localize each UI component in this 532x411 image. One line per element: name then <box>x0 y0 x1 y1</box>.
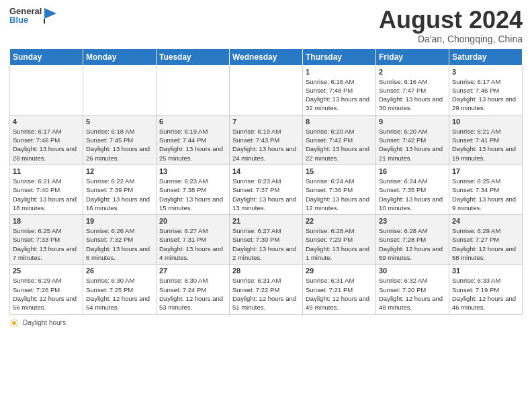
calendar-week-row: 11Sunrise: 6:21 AMSunset: 7:40 PMDayligh… <box>10 165 523 214</box>
day-number: 24 <box>452 217 519 225</box>
header: General Blue August 2024 Da'an, Chongqin… <box>9 7 523 44</box>
day-number: 15 <box>306 167 373 175</box>
calendar-cell: 7Sunrise: 6:19 AMSunset: 7:43 PMDaylight… <box>230 115 303 165</box>
calendar-cell: 22Sunrise: 6:28 AMSunset: 7:29 PMDayligh… <box>303 215 376 265</box>
day-number: 8 <box>306 118 373 126</box>
day-number: 12 <box>86 167 153 175</box>
calendar-table: SundayMondayTuesdayWednesdayThursdayFrid… <box>9 48 523 315</box>
daylight-label: Daylight hours <box>23 319 66 326</box>
day-detail: Sunrise: 6:19 AMSunset: 7:43 PMDaylight:… <box>232 127 300 163</box>
day-number: 23 <box>379 217 446 225</box>
calendar-cell: 18Sunrise: 6:25 AMSunset: 7:33 PMDayligh… <box>10 215 83 265</box>
sun-icon <box>9 318 19 328</box>
weekday-header: Tuesday <box>157 48 230 65</box>
calendar-cell: 5Sunrise: 6:18 AMSunset: 7:45 PMDaylight… <box>83 115 157 165</box>
calendar-cell <box>83 65 157 115</box>
calendar-week-row: 25Sunrise: 6:29 AMSunset: 7:26 PMDayligh… <box>10 265 523 314</box>
weekday-header: Friday <box>376 48 449 65</box>
header-row: SundayMondayTuesdayWednesdayThursdayFrid… <box>10 48 523 65</box>
calendar-cell: 10Sunrise: 6:21 AMSunset: 7:41 PMDayligh… <box>449 115 523 165</box>
calendar-cell: 26Sunrise: 6:30 AMSunset: 7:25 PMDayligh… <box>83 265 157 314</box>
weekday-header: Wednesday <box>230 48 303 65</box>
day-detail: Sunrise: 6:29 AMSunset: 7:26 PMDaylight:… <box>13 276 80 312</box>
day-number: 5 <box>86 118 153 126</box>
svg-marker-0 <box>44 8 56 19</box>
day-detail: Sunrise: 6:23 AMSunset: 7:38 PMDaylight:… <box>159 177 226 212</box>
calendar-cell: 12Sunrise: 6:22 AMSunset: 7:39 PMDayligh… <box>83 165 157 214</box>
calendar-cell: 23Sunrise: 6:28 AMSunset: 7:28 PMDayligh… <box>376 215 449 265</box>
day-number: 10 <box>452 118 519 126</box>
day-number: 11 <box>13 167 80 175</box>
svg-line-10 <box>11 325 12 326</box>
day-number: 17 <box>452 167 519 175</box>
day-number: 25 <box>13 267 80 275</box>
day-detail: Sunrise: 6:17 AMSunset: 7:46 PMDaylight:… <box>13 127 80 163</box>
day-number: 30 <box>379 267 446 275</box>
day-detail: Sunrise: 6:24 AMSunset: 7:35 PMDaylight:… <box>379 177 446 212</box>
day-detail: Sunrise: 6:16 AMSunset: 7:47 PMDaylight:… <box>379 77 446 113</box>
calendar-cell: 27Sunrise: 6:30 AMSunset: 7:24 PMDayligh… <box>157 265 230 314</box>
day-detail: Sunrise: 6:32 AMSunset: 7:20 PMDaylight:… <box>379 276 446 312</box>
day-detail: Sunrise: 6:31 AMSunset: 7:22 PMDaylight:… <box>232 276 300 312</box>
calendar-cell: 6Sunrise: 6:19 AMSunset: 7:44 PMDaylight… <box>157 115 230 165</box>
day-detail: Sunrise: 6:16 AMSunset: 7:48 PMDaylight:… <box>306 77 373 113</box>
svg-point-2 <box>12 321 16 325</box>
calendar-cell: 1Sunrise: 6:16 AMSunset: 7:48 PMDaylight… <box>303 65 376 115</box>
day-number: 7 <box>232 118 300 126</box>
calendar-week-row: 18Sunrise: 6:25 AMSunset: 7:33 PMDayligh… <box>10 215 523 265</box>
day-number: 19 <box>86 217 153 225</box>
calendar-cell: 21Sunrise: 6:27 AMSunset: 7:30 PMDayligh… <box>230 215 303 265</box>
day-detail: Sunrise: 6:19 AMSunset: 7:44 PMDaylight:… <box>159 127 226 163</box>
day-number: 4 <box>13 118 80 126</box>
calendar-cell: 20Sunrise: 6:27 AMSunset: 7:31 PMDayligh… <box>157 215 230 265</box>
calendar-cell: 16Sunrise: 6:24 AMSunset: 7:35 PMDayligh… <box>376 165 449 214</box>
day-number: 26 <box>86 267 153 275</box>
calendar-cell: 9Sunrise: 6:20 AMSunset: 7:42 PMDaylight… <box>376 115 449 165</box>
day-number: 21 <box>232 217 300 225</box>
logo-text: General Blue <box>9 7 58 24</box>
day-detail: Sunrise: 6:27 AMSunset: 7:31 PMDaylight:… <box>159 226 226 262</box>
day-number: 14 <box>232 167 300 175</box>
day-detail: Sunrise: 6:20 AMSunset: 7:42 PMDaylight:… <box>306 127 373 163</box>
page-container: General Blue August 2024 Da'an, Chongqin… <box>0 0 532 333</box>
calendar-week-row: 4Sunrise: 6:17 AMSunset: 7:46 PMDaylight… <box>10 115 523 165</box>
calendar-cell: 28Sunrise: 6:31 AMSunset: 7:22 PMDayligh… <box>230 265 303 314</box>
month-title: August 2024 <box>379 7 523 34</box>
calendar-cell <box>230 65 303 115</box>
weekday-header: Sunday <box>10 48 83 65</box>
calendar-cell: 4Sunrise: 6:17 AMSunset: 7:46 PMDaylight… <box>10 115 83 165</box>
svg-line-8 <box>16 325 17 326</box>
day-detail: Sunrise: 6:22 AMSunset: 7:39 PMDaylight:… <box>86 177 153 212</box>
day-detail: Sunrise: 6:30 AMSunset: 7:25 PMDaylight:… <box>86 276 153 312</box>
day-detail: Sunrise: 6:24 AMSunset: 7:36 PMDaylight:… <box>306 177 373 212</box>
calendar-cell: 15Sunrise: 6:24 AMSunset: 7:36 PMDayligh… <box>303 165 376 214</box>
svg-rect-1 <box>44 19 45 24</box>
day-number: 6 <box>159 118 226 126</box>
calendar-cell: 31Sunrise: 6:33 AMSunset: 7:19 PMDayligh… <box>449 265 523 314</box>
day-number: 13 <box>159 167 226 175</box>
day-detail: Sunrise: 6:25 AMSunset: 7:34 PMDaylight:… <box>452 177 519 212</box>
day-number: 31 <box>452 267 519 275</box>
day-detail: Sunrise: 6:23 AMSunset: 7:37 PMDaylight:… <box>232 177 300 212</box>
calendar-cell: 29Sunrise: 6:31 AMSunset: 7:21 PMDayligh… <box>303 265 376 314</box>
calendar-cell: 24Sunrise: 6:29 AMSunset: 7:27 PMDayligh… <box>449 215 523 265</box>
calendar-cell: 17Sunrise: 6:25 AMSunset: 7:34 PMDayligh… <box>449 165 523 214</box>
day-detail: Sunrise: 6:17 AMSunset: 7:46 PMDaylight:… <box>452 77 519 113</box>
day-number: 28 <box>232 267 300 275</box>
logo: General Blue <box>9 7 58 24</box>
location: Da'an, Chongqing, China <box>379 34 523 44</box>
day-detail: Sunrise: 6:29 AMSunset: 7:27 PMDaylight:… <box>452 226 519 262</box>
calendar-cell: 3Sunrise: 6:17 AMSunset: 7:46 PMDaylight… <box>449 65 523 115</box>
calendar-cell: 14Sunrise: 6:23 AMSunset: 7:37 PMDayligh… <box>230 165 303 214</box>
day-detail: Sunrise: 6:26 AMSunset: 7:32 PMDaylight:… <box>86 226 153 262</box>
weekday-header: Thursday <box>303 48 376 65</box>
calendar-cell <box>10 65 83 115</box>
day-detail: Sunrise: 6:20 AMSunset: 7:42 PMDaylight:… <box>379 127 446 163</box>
weekday-header: Monday <box>83 48 157 65</box>
day-number: 29 <box>306 267 373 275</box>
calendar-cell <box>157 65 230 115</box>
title-block: August 2024 Da'an, Chongqing, China <box>379 7 523 44</box>
calendar-cell: 19Sunrise: 6:26 AMSunset: 7:32 PMDayligh… <box>83 215 157 265</box>
calendar-week-row: 1Sunrise: 6:16 AMSunset: 7:48 PMDaylight… <box>10 65 523 115</box>
calendar-cell: 11Sunrise: 6:21 AMSunset: 7:40 PMDayligh… <box>10 165 83 214</box>
